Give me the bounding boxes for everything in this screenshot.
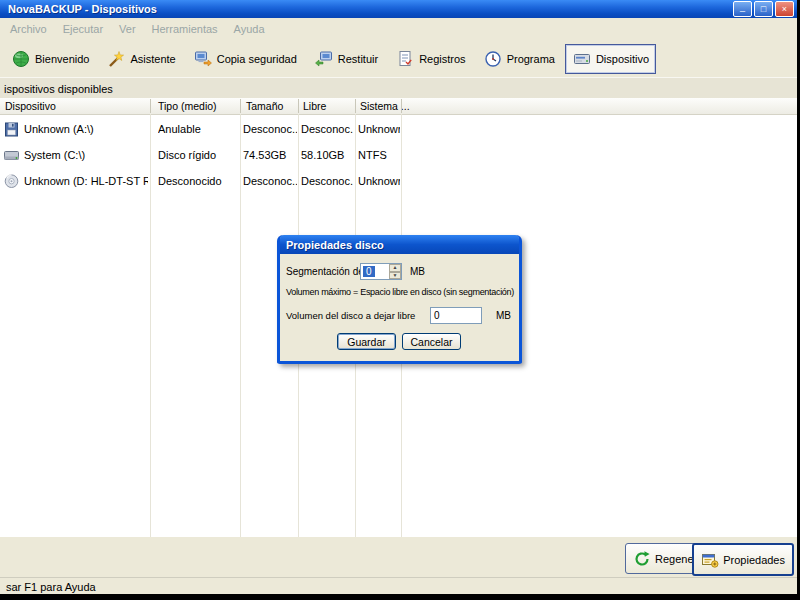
status-text: sar F1 para Ayuda	[6, 581, 96, 593]
title-bar: NovaBACKUP - Dispositivos _ □ ×	[0, 0, 797, 18]
window-controls: _ □ ×	[733, 1, 794, 17]
menu-ver[interactable]: Ver	[111, 20, 144, 38]
cell-size: Desconoc...	[243, 116, 297, 142]
toolbar-label: Programa	[507, 53, 555, 65]
backup-icon	[193, 49, 213, 69]
app-window: NovaBACKUP - Dispositivos _ □ × Archivo …	[0, 0, 797, 594]
column-header-tipo[interactable]: Tipo (medio)	[158, 98, 217, 114]
toolbar-button-restituir[interactable]: Restituir	[307, 44, 385, 74]
table-row-harddisk[interactable]: System (C:\) Disco rígido 74.53GB 58.10G…	[0, 142, 797, 168]
maximize-icon: □	[761, 5, 766, 14]
toolbar-label: Registros	[419, 53, 465, 65]
cell-free: Desconoc...	[301, 168, 353, 194]
free-space-label: Volumen del disco a dejar libre	[286, 310, 415, 321]
cell-system: Unknown	[358, 168, 400, 194]
table-row-cdrom[interactable]: Unknown (D: HL-DT-ST RW/DV... Desconocid…	[0, 168, 797, 194]
segment-size-input[interactable]: 0 ▲ ▼	[360, 263, 402, 280]
toolbar-button-dispositivo[interactable]: Dispositivo	[565, 44, 656, 74]
segment-label: Segmentación de	[286, 266, 364, 277]
dialog-title: Propiedades disco	[286, 239, 384, 251]
cell-device: Unknown (D: HL-DT-ST RW/DV...	[24, 168, 148, 194]
toolbar-label: Restituir	[338, 53, 378, 65]
spin-up-icon: ▲	[393, 265, 398, 270]
cdrom-drive-icon	[3, 173, 20, 190]
maximize-button[interactable]: □	[754, 1, 773, 17]
toolbar-label: Dispositivo	[596, 53, 649, 65]
column-header-tamano[interactable]: Tamaño	[246, 98, 283, 114]
dialog-body: Segmentación de 0 ▲ ▼ MB Volumen máximo …	[280, 254, 519, 358]
cell-size: 74.53GB	[243, 142, 297, 168]
menu-herramientas[interactable]: Herramientas	[144, 20, 226, 38]
column-header-dispositivo[interactable]: Dispositivo	[5, 98, 56, 114]
cell-free: Desconoc...	[301, 116, 353, 142]
menu-ejecutar[interactable]: Ejecutar	[55, 20, 111, 38]
menu-bar: Archivo Ejecutar Ver Herramientas Ayuda	[0, 18, 797, 40]
spinner-controls: ▲ ▼	[389, 264, 401, 279]
cell-device: System (C:\)	[24, 142, 148, 168]
free-space-input[interactable]: 0	[430, 307, 482, 324]
minimize-button[interactable]: _	[733, 1, 752, 17]
properties-label: Propiedades	[723, 554, 785, 566]
wizard-wand-icon	[106, 49, 126, 69]
hard-disk-icon	[3, 147, 20, 164]
window-title: NovaBACKUP - Dispositivos	[8, 3, 733, 15]
spin-down-icon: ▼	[393, 273, 398, 278]
caption-text: ispositivos disponibles	[4, 83, 113, 95]
spin-down-button[interactable]: ▼	[389, 272, 401, 280]
toolbar-button-programa[interactable]: Programa	[476, 44, 562, 74]
segment-unit-label: MB	[410, 266, 425, 277]
column-header-sistema[interactable]: Sistema ...	[360, 98, 410, 114]
save-button[interactable]: Guardar	[337, 333, 396, 350]
spin-up-button[interactable]: ▲	[389, 264, 401, 272]
segment-size-value: 0	[363, 266, 375, 277]
column-divider	[240, 99, 241, 113]
restore-icon	[314, 49, 334, 69]
toolbar-label: Copia seguridad	[217, 53, 297, 65]
menu-ayuda[interactable]: Ayuda	[226, 20, 273, 38]
free-space-value: 0	[434, 310, 440, 321]
cell-device: Unknown (A:\)	[24, 116, 148, 142]
cell-type: Disco rígido	[158, 142, 238, 168]
welcome-globe-icon	[11, 49, 31, 69]
cell-system: NTFS	[358, 142, 400, 168]
table-header: Dispositivo Tipo (medio) Tamaño Libre Si…	[0, 98, 797, 115]
properties-button[interactable]: Propiedades	[692, 543, 794, 576]
max-volume-info: Volumen máximo = Espacio libre en disco …	[286, 287, 514, 297]
disk-properties-dialog: Propiedades disco Segmentación de 0 ▲ ▼ …	[277, 235, 522, 364]
schedule-clock-icon	[483, 49, 503, 69]
logs-icon	[395, 49, 415, 69]
close-button[interactable]: ×	[775, 1, 794, 17]
column-divider	[298, 99, 299, 113]
cell-size: Desconoc...	[243, 168, 297, 194]
minimize-icon: _	[740, 3, 745, 12]
toolbar-button-copia-seguridad[interactable]: Copia seguridad	[186, 44, 304, 74]
toolbar-label: Bienvenido	[35, 53, 89, 65]
toolbar-button-bienvenido[interactable]: Bienvenido	[4, 44, 96, 74]
toolbar-button-registros[interactable]: Registros	[388, 44, 472, 74]
column-divider	[401, 99, 402, 113]
free-unit-label: MB	[496, 310, 511, 321]
toolbar-button-asistente[interactable]: Asistente	[99, 44, 182, 74]
column-divider	[150, 99, 151, 113]
floppy-disk-icon	[3, 121, 20, 138]
cancel-button[interactable]: Cancelar	[402, 333, 461, 350]
cell-system: Unknown	[358, 116, 400, 142]
menu-archivo[interactable]: Archivo	[2, 20, 55, 38]
close-icon: ×	[782, 5, 787, 14]
column-divider	[355, 99, 356, 113]
column-header-libre[interactable]: Libre	[303, 98, 326, 114]
status-bar: sar F1 para Ayuda	[0, 577, 797, 594]
toolbar-label: Asistente	[130, 53, 175, 65]
refresh-icon	[633, 550, 651, 568]
cell-type: Desconocido	[158, 168, 238, 194]
bottom-panel: Regenerar Propiedades	[0, 537, 797, 577]
device-drive-icon	[572, 49, 592, 69]
main-toolbar: Bienvenido Asistente Copia seguridad Res…	[0, 40, 797, 77]
cell-type: Anulable	[158, 116, 238, 142]
properties-icon	[701, 551, 719, 569]
cell-free: 58.10GB	[301, 142, 353, 168]
dialog-title-bar[interactable]: Propiedades disco	[280, 235, 519, 254]
devices-available-caption: ispositivos disponibles	[0, 77, 797, 100]
table-row-floppy[interactable]: Unknown (A:\) Anulable Desconoc... Desco…	[0, 116, 797, 142]
